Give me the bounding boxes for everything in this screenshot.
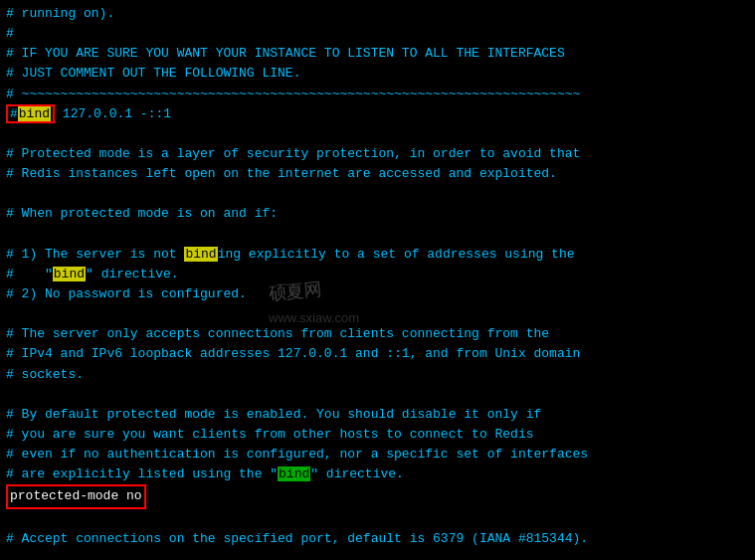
line-empty-1 xyxy=(6,124,749,144)
bind-yellow-1: bind xyxy=(184,247,217,262)
line-empty-3 xyxy=(6,225,749,245)
bind-green: bind xyxy=(278,467,310,481)
line-3: # IF YOU ARE SURE YOU WANT YOUR INSTANCE… xyxy=(6,44,749,64)
line-4: # JUST COMMENT OUT THE FOLLOWING LINE. xyxy=(6,64,749,84)
bind-keyword-yellow: bind xyxy=(18,106,51,121)
line-21: # By default protected mode is enabled. … xyxy=(6,405,749,425)
line-1: # running on). xyxy=(6,4,749,24)
line-18: # IPv4 and IPv6 loopback addresses 127.0… xyxy=(6,344,749,364)
line-22: # you are sure you want clients from oth… xyxy=(6,425,749,445)
bind-highlight-red: #bind xyxy=(6,104,55,123)
bind-yellow-2: bind xyxy=(53,267,86,281)
line-23: # even if no authentication is configure… xyxy=(6,445,749,465)
line-5: # ~~~~~~~~~~~~~~~~~~~~~~~~~~~~~~~~~~~~~~… xyxy=(6,85,749,104)
terminal-container: # running on). # # IF YOU ARE SURE YOU W… xyxy=(0,0,755,560)
line-bind-red: #bind 127.0.0.1 -::1 xyxy=(6,104,749,124)
terminal: # running on). # # IF YOU ARE SURE YOU W… xyxy=(0,0,755,560)
line-24: # are explicitly listed using the "bind"… xyxy=(6,465,749,484)
line-empty-5 xyxy=(6,385,749,405)
line-17: # The server only accepts connections fr… xyxy=(6,324,749,344)
line-11: # When protected mode is on and if: xyxy=(6,204,749,224)
line-9: # Redis instances left open on the inter… xyxy=(6,164,749,184)
line-13: # 1) The server is not binding explicitl… xyxy=(6,245,749,265)
line-27: # Accept connections on the specified po… xyxy=(6,529,749,549)
line-protected-mode: protected-mode no xyxy=(6,484,749,508)
line-8: # Protected mode is a layer of security … xyxy=(6,144,749,164)
line-19: # sockets. xyxy=(6,365,749,385)
protected-mode-highlight: protected-mode no xyxy=(6,484,146,508)
line-2: # xyxy=(6,24,749,44)
line-14: # "bind" directive. xyxy=(6,265,749,284)
bind-rest: 127.0.0.1 -::1 xyxy=(55,106,171,121)
line-empty-2 xyxy=(6,184,749,204)
line-empty-6 xyxy=(6,509,749,529)
line-15: # 2) No password is configured. xyxy=(6,284,749,304)
line-empty-4 xyxy=(6,304,749,324)
